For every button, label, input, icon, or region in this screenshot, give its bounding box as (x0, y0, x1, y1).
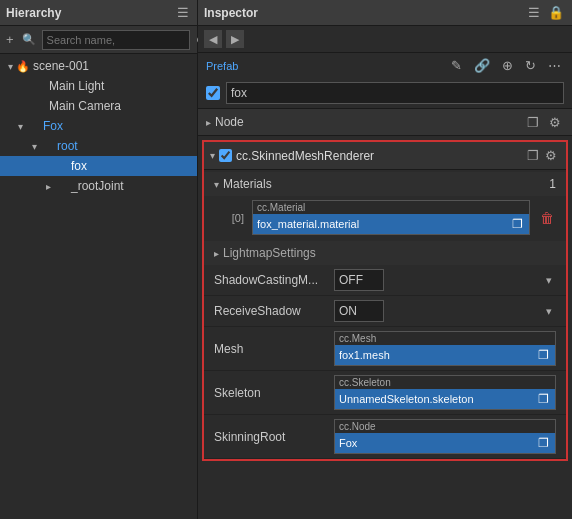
prefab-more-button[interactable]: ⋯ (545, 57, 564, 74)
inspector-header: Inspector ☰ 🔒 (198, 0, 572, 26)
node-copy-button[interactable]: ❐ (524, 114, 542, 131)
prefab-refresh-button[interactable]: ↻ (522, 57, 539, 74)
fox-icon (26, 119, 40, 133)
component-name: cc.SkinnedMeshRenderer (236, 149, 524, 163)
skinning-root-pick-button[interactable]: ❐ (536, 436, 551, 450)
component-active-checkbox[interactable] (219, 149, 232, 162)
light-icon (32, 79, 46, 93)
lightmap-label: LightmapSettings (223, 246, 316, 260)
hierarchy-header: Hierarchy ☰ (0, 0, 197, 26)
material-pick-button[interactable]: ❐ (510, 217, 525, 231)
component-copy-button[interactable]: ❐ (524, 147, 542, 164)
materials-header: ▾ Materials 1 (204, 172, 566, 196)
mesh-row: Mesh cc.Mesh fox1.mesh ❐ (204, 327, 566, 371)
skinning-root-value: Fox ❐ (335, 433, 555, 453)
material-type-label: cc.Material (253, 201, 529, 214)
tree-label-fox: Fox (43, 119, 63, 133)
node-gear-button[interactable]: ⚙ (546, 114, 564, 131)
search-input[interactable] (42, 30, 190, 50)
skeleton-label: Skeleton (214, 386, 334, 400)
material-value-0: fox_material.material ❐ (253, 214, 529, 234)
inspector-lock-button[interactable]: 🔒 (546, 5, 566, 20)
material-value-text: fox_material.material (257, 218, 506, 230)
receive-shadow-label: ReceiveShadow (214, 304, 334, 318)
tree-arrow-root: ▾ (28, 141, 40, 152)
inspector-menu-button[interactable]: ☰ (526, 5, 542, 20)
mesh-value: fox1.mesh ❐ (335, 345, 555, 365)
root-joint-icon (54, 179, 68, 193)
mesh-pick-button[interactable]: ❐ (536, 348, 551, 362)
node-row: ▸ Node ❐ ⚙ (198, 108, 572, 136)
receive-shadow-row: ReceiveShadow ON OFF (204, 296, 566, 327)
skinning-root-label: SkinningRoot (214, 430, 334, 444)
component-header: ▾ cc.SkinnedMeshRenderer ❐ ⚙ (204, 142, 566, 170)
skeleton-value: UnnamedSkeleton.skeleton ❐ (335, 389, 555, 409)
prefab-add-button[interactable]: ⊕ (499, 57, 516, 74)
inspector-panel: Inspector ☰ 🔒 ◀ ▶ Prefab ✎ 🔗 ⊕ ↻ ⋯ ▸ Nod… (198, 0, 572, 519)
tree-item-fox-node[interactable]: fox (0, 156, 197, 176)
tree-label-root-joint: _rootJoint (71, 179, 124, 193)
hierarchy-toolbar: + 🔍 ⊕ ↻ (0, 26, 197, 54)
material-item-0: [0] cc.Material fox_material.material ❐ … (204, 196, 566, 239)
shadow-casting-select[interactable]: OFF ON (334, 269, 384, 291)
materials-section: ▾ Materials 1 [0] cc.Material fox_materi… (204, 170, 566, 241)
skeleton-type-label: cc.Skeleton (335, 376, 555, 389)
nav-back-button[interactable]: ◀ (204, 30, 222, 48)
hierarchy-tree: ▾ 🔥 scene-001 Main Light Main Camera ▾ F… (0, 54, 197, 519)
add-node-button[interactable]: + (4, 32, 16, 47)
prefab-edit-button[interactable]: ✎ (448, 57, 465, 74)
component-gear-button[interactable]: ⚙ (542, 147, 560, 164)
materials-label: Materials (223, 177, 549, 191)
materials-arrow: ▾ (214, 179, 219, 190)
prefab-label: Prefab (206, 60, 442, 72)
mesh-value-text: fox1.mesh (339, 349, 532, 361)
hierarchy-panel: Hierarchy ☰ + 🔍 ⊕ ↻ ▾ 🔥 scene-001 Main L… (0, 0, 198, 519)
hierarchy-menu-button[interactable]: ☰ (175, 5, 191, 20)
component-section: ▾ cc.SkinnedMeshRenderer ❐ ⚙ ▾ Materials… (202, 140, 568, 461)
lightmap-arrow: ▸ (214, 248, 219, 259)
skinning-root-ref-box: cc.Node Fox ❐ (334, 419, 556, 454)
hierarchy-title: Hierarchy (6, 6, 171, 20)
mesh-ref-box: cc.Mesh fox1.mesh ❐ (334, 331, 556, 366)
tree-label-fox-node: fox (71, 159, 87, 173)
material-index-0: [0] (214, 212, 244, 224)
tree-label-scene: scene-001 (33, 59, 89, 73)
receive-shadow-select-wrapper: ON OFF (334, 300, 556, 322)
inspector-scroll: Prefab ✎ 🔗 ⊕ ↻ ⋯ ▸ Node ❐ ⚙ ▾ cc.Skinned… (198, 53, 572, 519)
tree-arrow-fox: ▾ (14, 121, 26, 132)
skeleton-row: Skeleton cc.Skeleton UnnamedSkeleton.ske… (204, 371, 566, 415)
inspector-title: Inspector (204, 6, 522, 20)
component-arrow: ▾ (210, 150, 215, 161)
material-delete-button[interactable]: 🗑 (538, 210, 556, 226)
tree-arrow-root-joint: ▸ (42, 181, 54, 192)
tree-item-root-joint[interactable]: ▸ _rootJoint (0, 176, 197, 196)
tree-item-main-camera[interactable]: Main Camera (0, 96, 197, 116)
object-name-input[interactable] (226, 82, 564, 104)
object-name-row (198, 78, 572, 108)
skinning-root-type-label: cc.Node (335, 420, 555, 433)
tree-item-fox[interactable]: ▾ Fox (0, 116, 197, 136)
prefab-link-button[interactable]: 🔗 (471, 57, 493, 74)
tree-item-main-light[interactable]: Main Light (0, 76, 197, 96)
shadow-casting-select-wrapper: OFF ON (334, 269, 556, 291)
search-button[interactable]: 🔍 (20, 33, 38, 46)
root-icon (40, 139, 54, 153)
materials-count: 1 (549, 177, 556, 191)
lightmap-row: ▸ LightmapSettings (204, 241, 566, 265)
tree-label-main-light: Main Light (49, 79, 104, 93)
tree-item-root[interactable]: ▾ root (0, 136, 197, 156)
tree-label-main-camera: Main Camera (49, 99, 121, 113)
material-ref-box-0: cc.Material fox_material.material ❐ (252, 200, 530, 235)
tree-item-scene-001[interactable]: ▾ 🔥 scene-001 (0, 56, 197, 76)
skinning-root-row: SkinningRoot cc.Node Fox ❐ (204, 415, 566, 459)
object-active-checkbox[interactable] (206, 86, 220, 100)
skeleton-ref-box: cc.Skeleton UnnamedSkeleton.skeleton ❐ (334, 375, 556, 410)
receive-shadow-select[interactable]: ON OFF (334, 300, 384, 322)
skeleton-pick-button[interactable]: ❐ (536, 392, 551, 406)
node-label: Node (215, 115, 524, 129)
tree-arrow-scene: ▾ (4, 61, 16, 72)
node-icons: ❐ ⚙ (524, 114, 564, 131)
nav-forward-button[interactable]: ▶ (226, 30, 244, 48)
tree-label-root: root (57, 139, 78, 153)
inspector-nav: ◀ ▶ (198, 26, 572, 53)
